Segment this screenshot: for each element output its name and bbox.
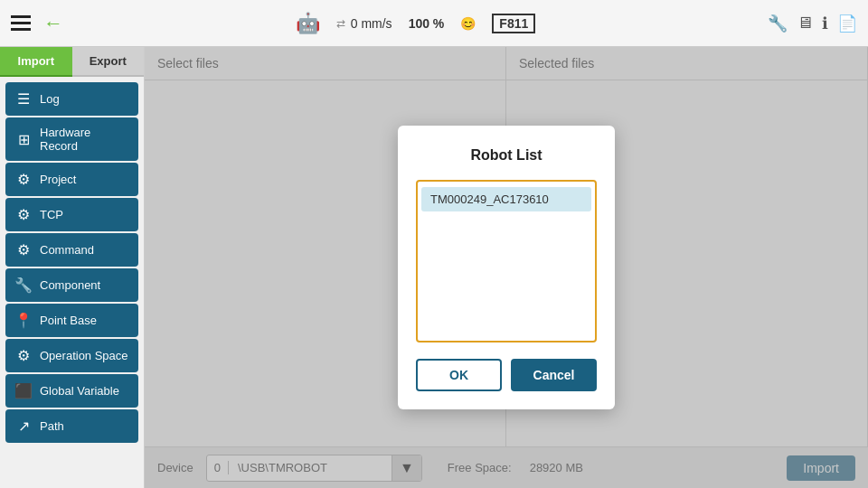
component-icon: 🔧	[14, 277, 33, 294]
sidebar-item-label-path: Path	[40, 419, 64, 433]
topbar: ← 🤖 ⇄ 0 mm/s 100 % 😊 F811 🔧 🖥 ℹ 📄	[0, 0, 868, 47]
tab-import[interactable]: Import	[0, 47, 72, 77]
sidebar-item-global-variable[interactable]: ⬛ Global Variable	[5, 374, 138, 408]
face-icon: 😊	[460, 16, 476, 31]
sidebar-item-hardware-record[interactable]: ⊞ Hardware Record	[5, 117, 138, 161]
dialog-overlay: Robot List TM000249_AC173610 OK Cancel	[145, 47, 868, 488]
sidebar-item-path[interactable]: ↗ Path	[5, 409, 138, 443]
sidebar-items: ☰ Log ⊞ Hardware Record ⚙ Project ⚙ TCP …	[0, 77, 144, 488]
sidebar-item-operation-space[interactable]: ⚙ Operation Space	[5, 339, 138, 372]
sidebar-item-label-global-variable: Global Variable	[40, 384, 119, 398]
content-area: Select files Selected files Device 0 \US…	[145, 47, 868, 488]
sidebar-item-log[interactable]: ☰ Log	[5, 82, 138, 116]
robot-list-dialog: Robot List TM000249_AC173610 OK Cancel	[398, 126, 615, 409]
tab-export[interactable]: Export	[72, 47, 145, 77]
speed-value: 0 mm/s	[351, 16, 392, 31]
sidebar-item-label-component: Component	[40, 278, 100, 292]
path-icon: ↗	[14, 418, 33, 435]
dialog-list-area[interactable]: TM000249_AC173610	[416, 180, 597, 343]
global-variable-icon: ⬛	[14, 382, 33, 399]
dialog-cancel-button[interactable]: Cancel	[511, 359, 597, 391]
log-icon: ☰	[14, 90, 33, 108]
sidebar-item-point-base[interactable]: 📍 Point Base	[5, 304, 138, 337]
doc-icon[interactable]: 📄	[837, 14, 857, 33]
sidebar-item-tcp[interactable]: ⚙ TCP	[5, 198, 138, 231]
operation-space-icon: ⚙	[14, 347, 33, 364]
dialog-buttons: OK Cancel	[416, 359, 597, 391]
command-icon: ⚙	[14, 241, 33, 258]
tcp-icon: ⚙	[14, 206, 33, 223]
info-icon[interactable]: ℹ	[822, 14, 828, 33]
hardware-record-icon: ⊞	[14, 131, 33, 148]
sidebar: Import Export ☰ Log ⊞ Hardware Record ⚙ …	[0, 47, 145, 488]
badge-display: F811	[492, 14, 535, 33]
monitor-icon[interactable]: 🖥	[797, 14, 813, 33]
sidebar-item-label-operation-space: Operation Space	[40, 349, 128, 362]
sidebar-item-component[interactable]: 🔧 Component	[5, 268, 138, 302]
back-button[interactable]: ←	[43, 12, 63, 35]
percent-display: 100 %	[409, 16, 445, 31]
main-layout: Import Export ☰ Log ⊞ Hardware Record ⚙ …	[0, 47, 868, 488]
robot-icon: 🤖	[296, 12, 320, 35]
robot-list-item[interactable]: TM000249_AC173610	[421, 187, 591, 211]
hamburger-menu[interactable]	[11, 15, 31, 31]
sidebar-item-label-point-base: Point Base	[40, 314, 97, 327]
sidebar-item-label-tcp: TCP	[40, 208, 63, 221]
project-icon: ⚙	[14, 171, 33, 188]
settings-icon[interactable]: 🔧	[768, 14, 788, 33]
sidebar-item-label-command: Command	[40, 243, 94, 257]
point-base-icon: 📍	[14, 312, 33, 329]
sidebar-item-project[interactable]: ⚙ Project	[5, 163, 138, 196]
sidebar-item-label-log: Log	[40, 92, 60, 106]
sidebar-item-label-project: Project	[40, 173, 76, 186]
dialog-ok-button[interactable]: OK	[416, 359, 502, 391]
sidebar-tabs: Import Export	[0, 47, 144, 77]
dialog-title: Robot List	[416, 147, 597, 164]
sidebar-item-command[interactable]: ⚙ Command	[5, 233, 138, 267]
sidebar-item-label-hardware-record: Hardware Record	[40, 126, 129, 153]
speed-display: ⇄ 0 mm/s	[336, 16, 392, 31]
